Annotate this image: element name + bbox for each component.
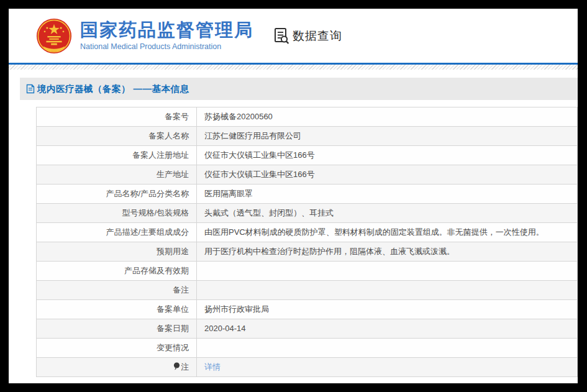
table-row: 产品存储及有效期 [37, 262, 578, 281]
table-row: 产品描述/主要组成成分 由医用PVC材料制成的硬质防护罩、塑料材料制成的固定装置… [37, 223, 578, 242]
row-label: 变更情况 [157, 343, 189, 352]
nav-data-query-label: 数据查询 [293, 28, 342, 44]
table-row: 备案人注册地址 仪征市大仪镇工业集中区166号 [37, 146, 578, 165]
row-label: 型号规格/包装规格 [122, 208, 189, 217]
row-label: 备案人注册地址 [132, 150, 189, 160]
info-table-body: 备案号 苏扬械备20200560 备案人名称 江苏仁健医疗用品有限公司 备案人注… [37, 107, 578, 377]
row-label: 产品名称/产品分类名称 [106, 189, 189, 198]
row-label: 备注 [173, 285, 189, 294]
table-row: 变更情况 [37, 339, 578, 358]
record-table-wrap: 备案号 苏扬械备20200560 备案人名称 江苏仁健医疗用品有限公司 备案人注… [36, 107, 578, 377]
table-row: 备案人名称 江苏仁健医疗用品有限公司 [37, 127, 578, 146]
row-label: 预期用途 [157, 247, 189, 256]
row-value: 江苏仁健医疗用品有限公司 [204, 131, 301, 140]
row-value: 仪征市大仪镇工业集中区166号 [204, 170, 315, 179]
page-title: 境内医疗器械（备案） ——基本信息 [37, 83, 189, 95]
row-label: 备案号 [165, 112, 189, 121]
doc-search-icon [273, 27, 289, 44]
row-label: 产品存储及有效期 [124, 266, 189, 275]
org-name-zh: 国家药品监督管理局 [80, 21, 253, 40]
spacer [9, 70, 578, 78]
table-row: 型号规格/包装规格 头戴式（透气型、封闭型）、耳挂式 [37, 204, 578, 223]
table-row: 备案日期 2020-04-14 [37, 319, 578, 339]
hatch-stripe-band [9, 65, 578, 70]
table-row: 备案单位 扬州市行政审批局 [37, 300, 578, 319]
row-value: 医用隔离眼罩 [204, 189, 253, 198]
row-label: 备案日期 [157, 324, 189, 333]
row-value: 由医用PVC材料制成的硬质防护罩、塑料材料制成的固定装置组成。非无菌提供，一次性… [204, 227, 544, 237]
row-label: 备案单位 [157, 304, 189, 314]
table-row: 产品名称/产品分类名称 医用隔离眼罩 [37, 185, 578, 204]
row-value: 2020-04-14 [204, 324, 246, 333]
row-label: 产品描述/主要组成成分 [106, 227, 189, 237]
row-label: 生产地址 [157, 170, 189, 179]
page-title-bar: 境内医疗器械（备案） ——基本信息 [20, 78, 578, 100]
record-table: 备案号 苏扬械备20200560 备案人名称 江苏仁健医疗用品有限公司 备案人注… [36, 107, 578, 377]
page-frame: 国家药品监督管理局 National Medical Products Admi… [9, 9, 578, 383]
row-label: 备案人名称 [148, 131, 189, 140]
nav-data-query[interactable]: 数据查询 [273, 27, 342, 44]
row-value: 用于医疗机构中检查治疗时起防护作用，阻隔体液、血液飞溅或泼溅。 [204, 247, 455, 256]
document-icon [26, 84, 35, 94]
org-name-en: National Medical Products Administration [80, 42, 253, 51]
site-header: 国家药品监督管理局 National Medical Products Admi… [9, 9, 578, 63]
table-row: 备案号 苏扬械备20200560 [37, 107, 578, 127]
row-label: 注 [181, 362, 189, 371]
row-value: 头戴式（透气型、封闭型）、耳挂式 [204, 208, 334, 217]
table-row: 预期用途 用于医疗机构中检查治疗时起防护作用，阻隔体液、血液飞溅或泼溅。 [37, 242, 578, 262]
row-value: 苏扬械备20200560 [204, 112, 273, 121]
note-bulb-icon [173, 362, 180, 371]
national-emblem-icon [36, 18, 72, 54]
table-row: 备注 [37, 281, 578, 300]
row-value: 扬州市行政审批局 [204, 304, 269, 314]
table-row: 生产地址 仪征市大仪镇工业集中区166号 [37, 165, 578, 185]
row-value: 仪征市大仪镇工业集中区166号 [204, 150, 315, 160]
table-row: 注 详情 [37, 358, 578, 377]
detail-link[interactable]: 详情 [204, 362, 221, 371]
org-name-block: 国家药品监督管理局 National Medical Products Admi… [80, 21, 253, 52]
